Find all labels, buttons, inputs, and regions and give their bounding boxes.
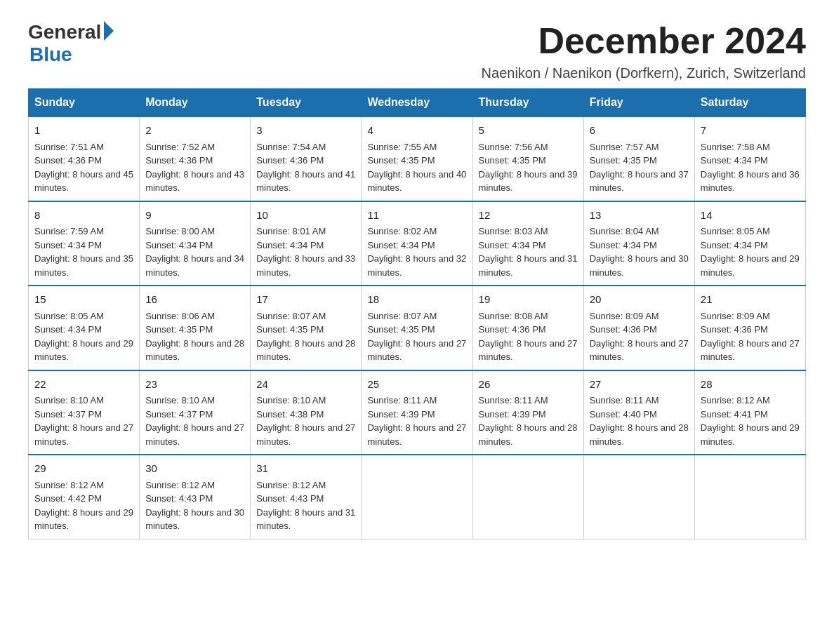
calendar-week-5: 29Sunrise: 8:12 AMSunset: 4:42 PMDayligh… [29, 455, 806, 539]
daylight-text: Daylight: 8 hours and 27 minutes. [479, 338, 578, 363]
daylight-text: Daylight: 8 hours and 36 minutes. [701, 169, 800, 194]
sunrise-text: Sunrise: 8:12 AM [145, 480, 215, 490]
sunrise-text: Sunrise: 8:09 AM [701, 311, 770, 321]
daylight-text: Daylight: 8 hours and 35 minutes. [34, 253, 133, 278]
calendar-cell: 19Sunrise: 8:08 AMSunset: 4:36 PMDayligh… [472, 286, 583, 370]
calendar-cell: 4Sunrise: 7:55 AMSunset: 4:35 PMDaylight… [362, 116, 472, 201]
calendar-cell: 21Sunrise: 8:09 AMSunset: 4:36 PMDayligh… [694, 286, 805, 370]
sunset-text: Sunset: 4:34 PM [256, 240, 324, 250]
sunrise-text: Sunrise: 8:05 AM [701, 226, 770, 236]
month-title: December 2024 [482, 21, 806, 61]
calendar-cell [362, 455, 472, 539]
calendar-cell: 9Sunrise: 8:00 AMSunset: 4:34 PMDaylight… [140, 201, 251, 286]
sunrise-text: Sunrise: 8:01 AM [256, 226, 326, 236]
sunrise-text: Sunrise: 7:59 AM [34, 226, 104, 236]
calendar-cell [472, 455, 583, 539]
calendar-header-friday: Friday [583, 89, 694, 117]
day-number: 22 [34, 377, 133, 393]
sunset-text: Sunset: 4:42 PM [34, 493, 102, 504]
daylight-text: Daylight: 8 hours and 31 minutes. [479, 253, 578, 278]
daylight-text: Daylight: 8 hours and 27 minutes. [145, 422, 244, 447]
sunset-text: Sunset: 4:34 PM [34, 324, 102, 335]
day-number: 28 [701, 377, 800, 393]
sunrise-text: Sunrise: 8:11 AM [367, 395, 437, 405]
logo-arrow-icon [104, 21, 114, 41]
sunset-text: Sunset: 4:34 PM [701, 155, 768, 166]
day-number: 9 [145, 208, 244, 224]
sunrise-text: Sunrise: 8:12 AM [256, 480, 326, 490]
subtitle: Naenikon / Naenikon (Dorfkern), Zurich, … [482, 65, 806, 81]
day-number: 31 [256, 461, 355, 477]
day-number: 25 [367, 377, 466, 393]
sunset-text: Sunset: 4:36 PM [590, 324, 657, 335]
sunset-text: Sunset: 4:38 PM [256, 409, 324, 420]
sunset-text: Sunset: 4:34 PM [34, 240, 102, 250]
day-number: 7 [701, 123, 800, 139]
sunset-text: Sunset: 4:36 PM [701, 324, 768, 335]
calendar-cell: 12Sunrise: 8:03 AMSunset: 4:34 PMDayligh… [472, 201, 583, 286]
sunrise-text: Sunrise: 8:00 AM [145, 226, 215, 236]
calendar-cell: 31Sunrise: 8:12 AMSunset: 4:43 PMDayligh… [251, 455, 362, 539]
sunrise-text: Sunrise: 7:57 AM [590, 142, 659, 152]
calendar-cell: 27Sunrise: 8:11 AMSunset: 4:40 PMDayligh… [583, 370, 694, 455]
sunrise-text: Sunrise: 8:12 AM [701, 395, 770, 405]
day-number: 2 [145, 123, 244, 139]
day-number: 17 [256, 292, 355, 308]
calendar-header-thursday: Thursday [472, 89, 583, 117]
day-number: 14 [701, 208, 800, 224]
sunrise-text: Sunrise: 8:04 AM [590, 226, 659, 236]
calendar-week-4: 22Sunrise: 8:10 AMSunset: 4:37 PMDayligh… [29, 370, 806, 455]
sunrise-text: Sunrise: 8:07 AM [367, 311, 437, 321]
sunset-text: Sunset: 4:40 PM [590, 409, 657, 420]
sunrise-text: Sunrise: 8:11 AM [479, 395, 548, 405]
calendar-cell [694, 455, 805, 539]
daylight-text: Daylight: 8 hours and 27 minutes. [590, 338, 689, 363]
calendar-cell: 10Sunrise: 8:01 AMSunset: 4:34 PMDayligh… [251, 201, 362, 286]
calendar-cell: 8Sunrise: 7:59 AMSunset: 4:34 PMDaylight… [29, 201, 140, 286]
daylight-text: Daylight: 8 hours and 29 minutes. [34, 338, 133, 363]
sunset-text: Sunset: 4:36 PM [479, 324, 546, 335]
calendar-header-monday: Monday [140, 89, 251, 117]
sunrise-text: Sunrise: 8:05 AM [34, 311, 104, 321]
daylight-text: Daylight: 8 hours and 41 minutes. [256, 169, 355, 194]
sunrise-text: Sunrise: 8:12 AM [34, 480, 104, 490]
header: General Blue December 2024 Naenikon / Na… [28, 21, 806, 81]
sunset-text: Sunset: 4:34 PM [367, 240, 435, 250]
day-number: 20 [590, 292, 689, 308]
sunset-text: Sunset: 4:34 PM [479, 240, 546, 250]
calendar-cell: 18Sunrise: 8:07 AMSunset: 4:35 PMDayligh… [362, 286, 472, 370]
calendar-cell: 3Sunrise: 7:54 AMSunset: 4:36 PMDaylight… [251, 116, 362, 201]
sunrise-text: Sunrise: 8:10 AM [34, 395, 104, 405]
sunset-text: Sunset: 4:43 PM [145, 493, 213, 504]
daylight-text: Daylight: 8 hours and 28 minutes. [256, 338, 355, 363]
daylight-text: Daylight: 8 hours and 27 minutes. [256, 422, 355, 447]
daylight-text: Daylight: 8 hours and 37 minutes. [590, 169, 689, 194]
day-number: 11 [367, 208, 466, 224]
daylight-text: Daylight: 8 hours and 31 minutes. [256, 507, 355, 532]
calendar-cell: 24Sunrise: 8:10 AMSunset: 4:38 PMDayligh… [251, 370, 362, 455]
day-number: 4 [367, 123, 466, 139]
calendar-cell: 6Sunrise: 7:57 AMSunset: 4:35 PMDaylight… [583, 116, 694, 201]
sunset-text: Sunset: 4:36 PM [256, 155, 324, 166]
calendar-header-saturday: Saturday [694, 89, 805, 117]
daylight-text: Daylight: 8 hours and 32 minutes. [367, 253, 466, 278]
calendar-cell: 7Sunrise: 7:58 AMSunset: 4:34 PMDaylight… [694, 116, 805, 201]
day-number: 30 [145, 461, 244, 477]
daylight-text: Daylight: 8 hours and 27 minutes. [367, 338, 466, 363]
sunrise-text: Sunrise: 7:55 AM [367, 142, 437, 152]
daylight-text: Daylight: 8 hours and 28 minutes. [479, 422, 578, 447]
sunrise-text: Sunrise: 8:07 AM [256, 311, 326, 321]
calendar-week-3: 15Sunrise: 8:05 AMSunset: 4:34 PMDayligh… [29, 286, 806, 370]
sunset-text: Sunset: 4:35 PM [479, 155, 546, 166]
day-number: 3 [256, 123, 355, 139]
logo-blue-text: Blue [29, 43, 72, 66]
calendar-cell: 5Sunrise: 7:56 AMSunset: 4:35 PMDaylight… [472, 116, 583, 201]
sunset-text: Sunset: 4:39 PM [367, 409, 435, 420]
calendar-cell: 28Sunrise: 8:12 AMSunset: 4:41 PMDayligh… [694, 370, 805, 455]
day-number: 29 [34, 461, 133, 477]
sunset-text: Sunset: 4:34 PM [145, 240, 213, 250]
day-number: 12 [479, 208, 578, 224]
sunrise-text: Sunrise: 7:54 AM [256, 142, 326, 152]
sunrise-text: Sunrise: 8:06 AM [145, 311, 215, 321]
day-number: 21 [701, 292, 800, 308]
